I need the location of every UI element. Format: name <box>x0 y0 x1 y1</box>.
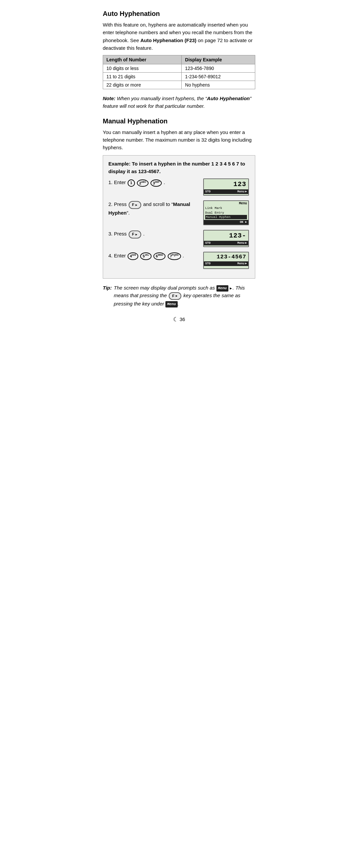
page-number: 36 <box>180 316 185 322</box>
intro-bold: Auto Hyphenation (F23) <box>140 37 196 43</box>
lcd-menu-3: Menu ► <box>237 242 247 245</box>
step-4-text-before: Enter <box>114 253 127 258</box>
example-box: Example: To insert a hyphen in the numbe… <box>103 155 255 279</box>
key-6mno: 6MNO <box>154 252 165 260</box>
lcd-bar-3: STO Menu ► <box>204 241 248 245</box>
note-block: Note: When you manually insert hyphens, … <box>103 95 255 110</box>
table-row: 11 to 21 digits 1-234-567-89012 <box>103 73 255 81</box>
step-2-number: 2. <box>108 201 114 207</box>
table-length-3: 22 digits or more <box>103 81 182 89</box>
lcd-arrow-1: ► <box>245 190 247 193</box>
hyphenation-table: Length of Number Display Example 10 digi… <box>103 55 255 89</box>
step-3-text-before: Press <box>114 231 128 237</box>
lcd-menu-title-2: Menu <box>204 201 248 205</box>
table-display-1: 123-456-7890 <box>182 64 255 73</box>
tip-arrow-icon: ► <box>229 286 233 290</box>
key-7pqrs: 7PQRS <box>168 252 181 260</box>
lcd-bar-4: STO Menu ► <box>204 261 248 266</box>
key-fn-step2: F► <box>129 201 141 209</box>
manual-hyphenation-title: Manual Hyphenation <box>103 117 255 125</box>
manual-hyphenation-intro: You can manually insert a hyphen at any … <box>103 128 255 152</box>
tip-menu-badge-2: Menu <box>165 301 177 307</box>
lcd-sto-4: STO <box>205 262 210 265</box>
lcd-menu-screen-2: Menu Link Mark Dual Entry Manual Hyphen … <box>203 200 249 225</box>
lcd-number-1: 123 <box>204 179 248 188</box>
table-display-3: No hyphens <box>182 81 255 89</box>
step-4-screen: 123-4567 STO Menu ► <box>203 252 250 269</box>
lcd-menu-items-2: Link Mark Dual Entry Manual Hyphen <box>204 205 248 220</box>
step-3-number: 3. <box>108 231 114 237</box>
tip-block: Tip: The screen may display dual prompts… <box>103 284 255 308</box>
step-4-text-after: . <box>183 253 184 258</box>
step-1-screen: 123 STO Menu ► <box>203 179 250 196</box>
lcd-ok-arrow-2: ► <box>245 221 247 224</box>
step-3-text-after: . <box>143 231 144 237</box>
step-1: 1. Enter 1 2ABC 3DEF . 123 STO Menu ► <box>108 179 250 196</box>
table-length-2: 11 to 21 digits <box>103 73 182 81</box>
step-1-text-before: Enter <box>114 180 127 185</box>
step-3-screen: 123- STO Menu ► <box>203 230 250 247</box>
step-2-text-end: ”. <box>127 210 130 216</box>
step-2-text-before: Press <box>114 201 128 207</box>
step-4: 4. Enter 4GHI 5JKL 6MNO 7PQRS . 123-4567… <box>108 252 250 269</box>
auto-hyphenation-intro: With this feature on, hyphens are automa… <box>103 21 255 52</box>
table-col1-header: Length of Number <box>103 55 182 64</box>
page-number-container: ☾ 36 <box>103 316 255 323</box>
step-2-screen: Menu Link Mark Dual Entry Manual Hyphen … <box>203 200 250 225</box>
key-1: 1 <box>128 180 135 186</box>
lcd-sto-3: STO <box>205 242 210 245</box>
note-text-before: When you manually insert hyphens, the “ <box>116 95 207 101</box>
tip-label: Tip: <box>103 284 112 291</box>
lcd-menu-item-link: Link Mark <box>205 206 247 210</box>
note-bold-italic: Auto Hyphenation <box>207 95 250 101</box>
lcd-number-3: 123- <box>204 230 248 240</box>
lcd-ok-bar-2: OK ► <box>204 220 248 224</box>
example-label: Example: <box>108 161 131 166</box>
key-5jkl: 5JKL <box>140 252 151 260</box>
lcd-screen-1: 123 STO Menu ► <box>203 179 249 196</box>
key-2abc: 2ABC <box>137 180 149 187</box>
auto-hyphenation-title: Auto Hyphenation <box>103 10 255 18</box>
step-4-left: 4. Enter 4GHI 5JKL 6MNO 7PQRS . <box>108 252 203 260</box>
lcd-screen-4: 123-4567 STO Menu ► <box>203 252 249 269</box>
lcd-number-4: 123-4567 <box>204 252 248 260</box>
tip-menu-badge-1: Menu <box>217 285 228 291</box>
key-4ghi: 4GHI <box>128 252 138 260</box>
note-paragraph: Note: When you manually insert hyphens, … <box>103 95 255 110</box>
step-1-number: 1. <box>108 180 114 185</box>
lcd-arrow-3: ► <box>245 242 247 245</box>
moon-icon: ☾ <box>173 316 178 323</box>
lcd-menu-4: Menu ► <box>237 262 247 265</box>
tip-key-fn: F► <box>169 292 181 300</box>
tip-text-4: . <box>178 301 179 307</box>
key-3def: 3DEF <box>151 180 162 187</box>
lcd-screen-3: 123- STO Menu ► <box>203 230 249 247</box>
table-row: 22 digits or more No hyphens <box>103 81 255 89</box>
lcd-ok-2: OK ► <box>240 221 247 224</box>
tip-text-1: The screen may display dual prompts such… <box>114 285 216 290</box>
table-display-2: 1-234-567-89012 <box>182 73 255 81</box>
step-2-left: 2. Press F► and scroll to “Manual Hyphen… <box>108 200 203 217</box>
table-col2-header: Display Example <box>182 55 255 64</box>
step-1-text-after: . <box>164 180 165 185</box>
table-row: 10 digits or less 123-456-7890 <box>103 64 255 73</box>
lcd-menu-item-manual: Manual Hyphen <box>205 215 247 219</box>
lcd-arrow-4: ► <box>245 262 247 265</box>
key-fn-step3: F► <box>129 230 141 239</box>
lcd-sto-1: STO <box>205 190 210 193</box>
step-3-left: 3. Press F► . <box>108 230 203 239</box>
note-label: Note: <box>103 95 116 101</box>
lcd-menu-1: Menu ► <box>237 190 247 193</box>
step-2: 2. Press F► and scroll to “Manual Hyphen… <box>108 200 250 225</box>
tip-text: The screen may display dual prompts such… <box>114 284 255 308</box>
lcd-menu-item-dual: Dual Entry <box>205 211 247 215</box>
table-length-1: 10 digits or less <box>103 64 182 73</box>
step-3: 3. Press F► . 123- STO Menu ► <box>108 230 250 247</box>
step-1-left: 1. Enter 1 2ABC 3DEF . <box>108 179 203 186</box>
step-2-text-middle: and scroll to “ <box>143 201 173 207</box>
example-header: Example: To insert a hyphen in the numbe… <box>108 160 250 175</box>
lcd-bar-1: STO Menu ► <box>204 189 248 194</box>
step-4-number: 4. <box>108 253 114 258</box>
